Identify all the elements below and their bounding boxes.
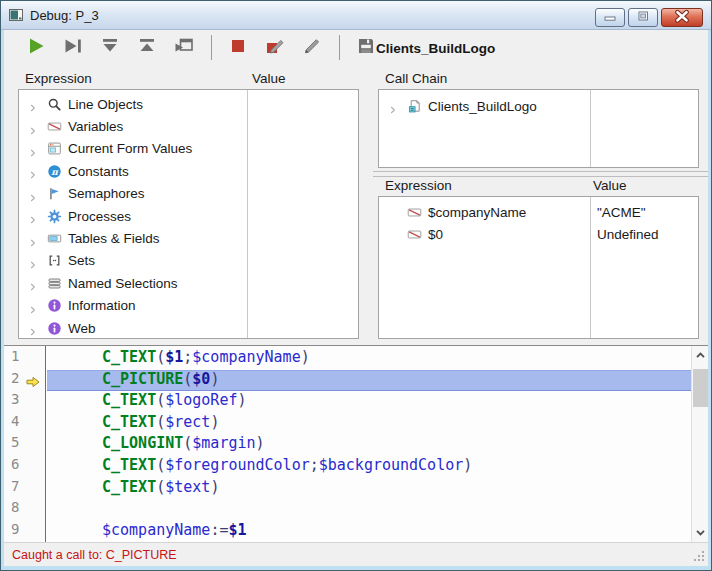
code-line-3[interactable]: C_TEXT($logoRef): [47, 391, 691, 413]
code-line-2[interactable]: C_PICTURE($0): [47, 370, 691, 392]
line-number[interactable]: 1: [4, 348, 45, 370]
set-icon: [46, 253, 62, 269]
scroll-up-icon[interactable]: [692, 347, 709, 364]
code-token: (: [156, 348, 165, 366]
code-token: (: [156, 456, 165, 474]
call-chain-list[interactable]: Clients_BuildLogo: [378, 89, 699, 168]
code-token: $1: [165, 348, 183, 366]
close-button[interactable]: [661, 8, 703, 27]
close-icon: [665, 8, 699, 27]
code-token: $backgroundColor: [319, 456, 464, 474]
code-token: ): [210, 370, 219, 388]
tree-item-tables-fields[interactable]: Tables & Fields: [19, 227, 358, 249]
code-editor[interactable]: 12345678910 C_TEXT($1;$companyName)C_PIC…: [4, 345, 708, 542]
code-line-1[interactable]: C_TEXT($1;$companyName): [47, 348, 691, 370]
watch-list[interactable]: $companyName"ACME"$0Undefined: [378, 196, 699, 339]
line-number[interactable]: 2: [4, 370, 45, 392]
code-token: C_LONGINT: [102, 434, 183, 452]
code-line-9[interactable]: $companyName:=$1: [47, 521, 691, 542]
code-line-8[interactable]: [47, 499, 691, 521]
abort-button[interactable]: [226, 36, 250, 60]
abort-icon: [226, 34, 250, 61]
status-message: Caught a call to: C_PICTURE: [12, 548, 177, 562]
tree-item-label: Variables: [68, 119, 123, 134]
tree-item-constants[interactable]: πConstants: [19, 160, 358, 182]
tree-item-sets[interactable]: Sets: [19, 250, 358, 272]
line-number[interactable]: 4: [4, 413, 45, 435]
horizontal-splitter[interactable]: [373, 171, 708, 177]
step-over-button[interactable]: [61, 36, 85, 60]
current-method-label: Clients_BuildLogo: [376, 40, 495, 55]
titlebar[interactable]: Debug: P_3: [1, 1, 711, 30]
line-number[interactable]: 6: [4, 456, 45, 478]
watch-row[interactable]: $companyName"ACME": [379, 201, 698, 223]
line-number[interactable]: 7: [4, 478, 45, 500]
call-chain-item[interactable]: Clients_BuildLogo: [379, 95, 698, 117]
vertical-scrollbar[interactable]: [691, 346, 708, 542]
window-title: Debug: P_3: [30, 8, 99, 23]
info-icon: [46, 298, 62, 314]
tree-item-label: Sets: [68, 253, 95, 268]
code-token: $margin: [192, 434, 255, 452]
toolbar-separator: [339, 35, 340, 60]
window-controls: [595, 8, 703, 27]
run-icon: [24, 34, 48, 61]
info-icon: [46, 320, 62, 336]
tree-item-semaphores[interactable]: Semaphores: [19, 183, 358, 205]
code-token: $text: [165, 478, 210, 496]
flag-icon: [46, 186, 62, 202]
minimize-button[interactable]: [595, 8, 625, 27]
tree-item-line-objects[interactable]: Line Objects: [19, 93, 358, 115]
tree-item-label: Tables & Fields: [68, 231, 160, 246]
status-bar: Caught a call to: C_PICTURE: [4, 542, 708, 566]
line-number[interactable]: 8: [4, 499, 45, 521]
code-token: ;: [310, 456, 319, 474]
step-out-button[interactable]: [135, 36, 159, 60]
tree-item-label: Named Selections: [68, 276, 178, 291]
resize-grip-icon[interactable]: [692, 549, 706, 563]
selection-icon: [46, 275, 62, 291]
scroll-down-icon[interactable]: [692, 524, 709, 541]
step-into-button[interactable]: [98, 36, 122, 60]
run-button[interactable]: [24, 36, 48, 60]
save-settings-button[interactable]: [354, 36, 378, 60]
current-line-arrow-icon: [26, 375, 40, 387]
tree-item-label: Line Objects: [68, 97, 143, 112]
tree-item-variables[interactable]: Variables: [19, 115, 358, 137]
abort-and-edit-button[interactable]: [263, 36, 287, 60]
code-token: ): [463, 456, 472, 474]
chevron-icon: [28, 323, 38, 333]
step-over-icon: [61, 34, 85, 61]
line-number[interactable]: 9: [4, 521, 45, 543]
tree-item-label: Information: [68, 298, 136, 313]
code-token: (: [156, 478, 165, 496]
code-line-6[interactable]: C_TEXT($foregroundColor;$backgroundColor…: [47, 456, 691, 478]
tree-item-label: Current Form Values: [68, 141, 192, 156]
code-line-5[interactable]: C_LONGINT($margin): [47, 434, 691, 456]
tree-item-information[interactable]: Information: [19, 295, 358, 317]
gear-icon: [46, 208, 62, 224]
maximize-button[interactable]: [628, 8, 658, 27]
code-line-4[interactable]: C_TEXT($rect): [47, 413, 691, 435]
line-number[interactable]: 3: [4, 391, 45, 413]
tree-item-label: Web: [68, 321, 96, 336]
tree-item-current-form-values[interactable]: Current Form Values: [19, 138, 358, 160]
watch-expression: $0: [428, 227, 443, 242]
code-token: (: [156, 391, 165, 409]
line-number-gutter[interactable]: 12345678910: [4, 346, 46, 542]
edit-button[interactable]: [300, 36, 324, 60]
expression-column-header: Expression: [25, 71, 92, 86]
tree-item-web[interactable]: Web: [19, 317, 358, 339]
scrollbar-thumb[interactable]: [693, 369, 708, 407]
code-token: (: [156, 413, 165, 431]
line-number[interactable]: 5: [4, 434, 45, 456]
expression-tree[interactable]: Line ObjectsVariablesCurrent Form Values…: [18, 89, 359, 339]
code-area[interactable]: C_TEXT($1;$companyName)C_PICTURE($0)C_TE…: [47, 346, 691, 542]
code-token: ): [210, 413, 219, 431]
tree-item-named-selections[interactable]: Named Selections: [19, 272, 358, 294]
code-line-7[interactable]: C_TEXT($text): [47, 478, 691, 500]
abort-and-edit-icon: [263, 34, 287, 61]
tree-item-processes[interactable]: Processes: [19, 205, 358, 227]
step-into-process-button[interactable]: [172, 36, 196, 60]
watch-row[interactable]: $0Undefined: [379, 223, 698, 245]
